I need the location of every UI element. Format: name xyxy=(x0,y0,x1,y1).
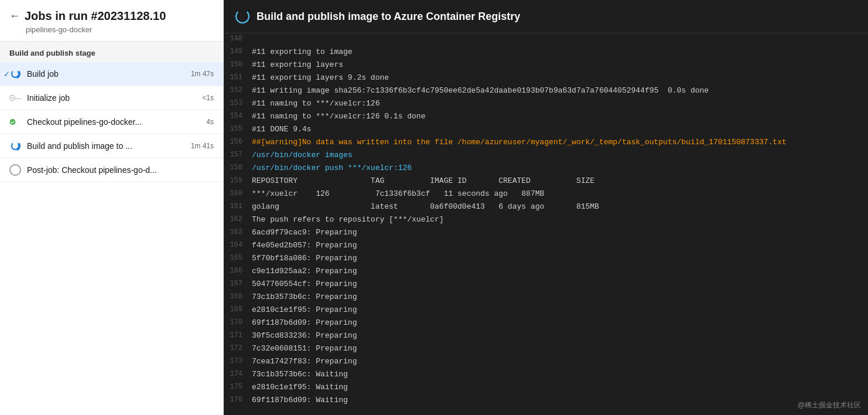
line-number: 151 xyxy=(224,72,252,83)
svg-point-3 xyxy=(10,119,16,125)
line-number: 157 xyxy=(224,149,252,161)
log-line: 154#11 naming to ***/xuelcr:126 0.1s don… xyxy=(224,111,868,124)
job-item-initialize-job[interactable]: Initialize job<1s xyxy=(0,86,223,110)
job-item-build-job[interactable]: ✓Build job1m 47s xyxy=(0,62,223,86)
line-number: 162 xyxy=(224,214,252,225)
log-line: 156##[warning]No data was written into t… xyxy=(224,137,868,149)
line-content: 5f70bf18a086: Preparing xyxy=(252,253,868,265)
log-line: 16873c1b3573b6c: Preparing xyxy=(224,291,868,304)
job-name-build-publish-job: Build and publish image to ... xyxy=(27,141,185,151)
line-content: f4e05ed2b057: Preparing xyxy=(252,240,868,252)
line-number: 174 xyxy=(224,369,252,380)
line-number: 161 xyxy=(224,201,252,212)
line-number: 172 xyxy=(224,343,252,354)
line-content: #11 DONE 9.4s xyxy=(252,124,868,136)
log-line: 17130f5cd833236: Preparing xyxy=(224,330,868,343)
line-content: 69f1187b6d09: Waiting xyxy=(252,394,868,407)
line-content: 73c1b3573b6c: Waiting xyxy=(252,369,868,381)
log-line: 162The push refers to repository [***/xu… xyxy=(224,214,868,227)
line-content: The push refers to repository [***/xuelc… xyxy=(252,214,868,226)
log-line: 1636acd9f79cac9: Preparing xyxy=(224,227,868,240)
job-item-build-publish-job[interactable]: Build and publish image to ...1m 41s xyxy=(0,134,223,158)
line-content: 73c1b3573b6c: Preparing xyxy=(252,291,868,304)
job-list: ✓Build job1m 47sInitialize job<1sCheckou… xyxy=(0,62,223,182)
log-line: 1727c32e0608151: Preparing xyxy=(224,343,868,356)
job-duration-build-publish-job: 1m 41s xyxy=(191,142,214,150)
line-number: 148 xyxy=(224,33,252,45)
job-status-icon-build-publish-job xyxy=(9,140,21,152)
line-content: #11 naming to ***/xuelcr:126 0.1s done xyxy=(252,111,868,123)
line-number: 153 xyxy=(224,98,252,109)
line-number: 168 xyxy=(224,291,252,302)
line-number: 155 xyxy=(224,124,252,135)
line-number: 164 xyxy=(224,240,252,251)
line-number: 150 xyxy=(224,59,252,70)
log-line: 153#11 naming to ***/xuelcr:126 xyxy=(224,98,868,111)
svg-point-5 xyxy=(10,165,20,175)
log-line: 155#11 DONE 9.4s xyxy=(224,124,868,137)
job-status-icon-checkout-job xyxy=(9,116,21,128)
log-line: 149#11 exporting to image xyxy=(224,46,868,59)
line-number: 154 xyxy=(224,111,252,122)
line-number: 160 xyxy=(224,188,252,199)
line-number: 170 xyxy=(224,317,252,328)
stage-label: Build and publish stage xyxy=(0,42,223,62)
line-content: 30f5cd833236: Preparing xyxy=(252,330,868,342)
job-status-icon-build-job xyxy=(9,68,21,80)
log-line: 169e2810c1e1f95: Preparing xyxy=(224,304,868,317)
log-line: 164f4e05ed2b057: Preparing xyxy=(224,240,868,253)
back-button[interactable]: ← xyxy=(9,10,20,22)
line-content: /usr/bin/docker images xyxy=(252,149,868,162)
log-line: 158/usr/bin/docker push ***/xuelcr:126 xyxy=(224,162,868,175)
line-number: 175 xyxy=(224,382,252,393)
line-number: 156 xyxy=(224,137,252,148)
line-content: e2810c1e1f95: Preparing xyxy=(252,304,868,317)
line-content: ##[warning]No data was written into the … xyxy=(252,137,868,149)
line-content: e2810c1e1f95: Waiting xyxy=(252,382,868,394)
line-number: 163 xyxy=(224,227,252,238)
line-content: #11 writing image sha256:7c1336f6b3cf4c7… xyxy=(252,85,868,97)
line-content: #11 exporting layers xyxy=(252,59,868,72)
run-title: Jobs in run #20231128.10 xyxy=(25,9,166,23)
right-panel: Build and publish image to Azure Contain… xyxy=(224,0,868,415)
job-item-postjob[interactable]: Post-job: Checkout pipelines-go-d... xyxy=(0,158,223,182)
line-content: 7c32e0608151: Preparing xyxy=(252,343,868,355)
log-line: 150#11 exporting layers xyxy=(224,59,868,72)
log-line: 175e2810c1e1f95: Waiting xyxy=(224,382,868,394)
running-icon xyxy=(235,9,250,23)
line-content: #11 exporting to image xyxy=(252,46,868,59)
line-content: 6acd9f79cac9: Preparing xyxy=(252,227,868,239)
line-content: c9e11d925aa2: Preparing xyxy=(252,266,868,278)
line-number: 149 xyxy=(224,46,252,57)
watermark: @稀土掘金技术社区 xyxy=(798,400,861,410)
line-number: 166 xyxy=(224,266,252,277)
job-name-initialize-job: Initialize job xyxy=(27,93,196,103)
log-body[interactable]: 148149#11 exporting to image150#11 expor… xyxy=(224,33,868,415)
line-content: 69f1187b6d09: Preparing xyxy=(252,317,868,329)
job-name-build-job: Build job xyxy=(27,69,185,79)
line-content: REPOSITORY TAG IMAGE ID CREATED SIZE xyxy=(252,175,868,188)
back-header: ← Jobs in run #20231128.10 xyxy=(0,0,223,25)
line-content: /usr/bin/docker push ***/xuelcr:126 xyxy=(252,162,868,175)
job-status-icon-postjob xyxy=(9,164,21,176)
job-duration-build-job: 1m 47s xyxy=(191,70,214,78)
log-line: 17473c1b3573b6c: Waiting xyxy=(224,369,868,382)
log-line: 1655f70bf18a086: Preparing xyxy=(224,253,868,266)
line-content: ***/xuelcr 126 7c1336f6b3cf 11 seconds a… xyxy=(252,188,868,200)
left-panel: ← Jobs in run #20231128.10 pipelines-go-… xyxy=(0,0,224,415)
log-line: 148 xyxy=(224,33,868,46)
line-number: 158 xyxy=(224,162,252,174)
job-name-postjob: Post-job: Checkout pipelines-go-d... xyxy=(27,165,208,175)
line-number: 152 xyxy=(224,85,252,96)
job-name-checkout-job: Checkout pipelines-go-docker... xyxy=(27,117,200,127)
line-number: 165 xyxy=(224,253,252,264)
run-subtitle: pipelines-go-docker xyxy=(0,25,223,41)
job-status-icon-initialize-job xyxy=(9,92,21,104)
line-number: 159 xyxy=(224,175,252,186)
line-number: 167 xyxy=(224,278,252,290)
log-header: Build and publish image to Azure Contain… xyxy=(224,0,868,33)
job-item-checkout-job[interactable]: Checkout pipelines-go-docker...4s xyxy=(0,110,223,134)
line-number: 176 xyxy=(224,394,252,406)
log-title: Build and publish image to Azure Contain… xyxy=(257,11,520,23)
line-number: 173 xyxy=(224,356,252,367)
